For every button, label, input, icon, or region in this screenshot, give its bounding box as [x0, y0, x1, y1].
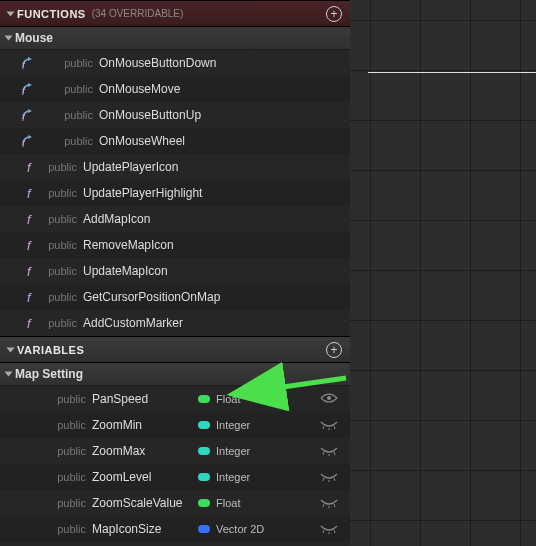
function-row[interactable]: fpublicGetCursorPositionOnMap [0, 284, 350, 310]
functions-title: FUNCTIONS [17, 8, 86, 20]
variable-type[interactable]: Integer [198, 419, 250, 431]
collapse-icon [7, 347, 15, 352]
function-name: OnMouseButtonUp [99, 108, 201, 122]
visibility-toggle[interactable] [320, 444, 338, 459]
function-icon: f [4, 264, 38, 278]
svg-line-20 [334, 478, 335, 481]
svg-text:f: f [22, 112, 26, 122]
function-name: RemoveMapIcon [83, 238, 174, 252]
variable-type[interactable]: Integer [198, 445, 250, 457]
function-row[interactable]: fpublicAddMapIcon [0, 206, 350, 232]
svg-text:f: f [27, 264, 32, 278]
function-icon: f [4, 316, 38, 330]
svg-line-14 [334, 426, 335, 429]
override-function-icon: f [4, 82, 54, 96]
add-function-button[interactable]: + [326, 6, 342, 22]
function-row[interactable]: fpublicOnMouseWheel [0, 128, 350, 154]
category-label: Mouse [15, 31, 53, 45]
svg-text:f: f [22, 60, 26, 70]
function-name: AddMapIcon [83, 212, 150, 226]
access-modifier: public [38, 317, 83, 329]
function-name: OnMouseButtonDown [99, 56, 216, 70]
function-name: GetCursorPositionOnMap [83, 290, 220, 304]
svg-line-15 [323, 452, 324, 455]
access-modifier: public [38, 213, 83, 225]
variable-row[interactable]: publicPanSpeedFloat [0, 386, 350, 412]
function-row[interactable]: fpublicRemoveMapIcon [0, 232, 350, 258]
svg-line-26 [334, 530, 335, 533]
details-panel: FUNCTIONS (34 OVERRIDABLE) + Mouse fpubl… [0, 0, 350, 546]
type-swatch [198, 447, 210, 455]
function-row[interactable]: fpublicUpdatePlayerIcon [0, 154, 350, 180]
function-icon: f [4, 160, 38, 174]
svg-text:f: f [22, 138, 26, 148]
function-name: UpdateMapIcon [83, 264, 168, 278]
variable-type[interactable]: Float [198, 393, 240, 405]
access-modifier: public [38, 239, 83, 251]
visibility-toggle[interactable] [320, 522, 338, 537]
access-modifier: public [38, 187, 83, 199]
graph-grid [350, 0, 536, 546]
visibility-toggle[interactable] [320, 470, 338, 485]
function-row[interactable]: fpublicUpdatePlayerHighlight [0, 180, 350, 206]
variable-name: MapIconSize [92, 522, 161, 536]
category-mouse[interactable]: Mouse [0, 27, 350, 50]
collapse-icon [7, 11, 15, 16]
function-icon: f [4, 186, 38, 200]
functions-section-header[interactable]: FUNCTIONS (34 OVERRIDABLE) + [0, 0, 350, 27]
type-swatch [198, 499, 210, 507]
function-row[interactable]: fpublicUpdateMapIcon [0, 258, 350, 284]
variable-name: ZoomScaleValue [92, 496, 183, 510]
function-name: AddCustomMarker [83, 316, 183, 330]
variable-name: ZoomMin [92, 418, 142, 432]
function-name: UpdatePlayerIcon [83, 160, 178, 174]
variables-title: VARIABLES [17, 344, 84, 356]
svg-text:f: f [27, 290, 32, 304]
access-modifier: public [38, 291, 83, 303]
type-swatch [198, 421, 210, 429]
function-name: OnMouseMove [99, 82, 180, 96]
svg-line-21 [323, 504, 324, 507]
variable-type[interactable]: Vector 2D [198, 523, 264, 535]
variable-row[interactable]: publicZoomMaxInteger [0, 438, 350, 464]
type-swatch [198, 473, 210, 481]
variable-row[interactable]: publicZoomLevelInteger [0, 464, 350, 490]
access-modifier: public [38, 161, 83, 173]
function-row[interactable]: fpublicAddCustomMarker [0, 310, 350, 336]
type-label: Integer [216, 419, 250, 431]
function-icon: f [4, 290, 38, 304]
variable-row[interactable]: publicLoopLoadIconIndexInteger [0, 542, 350, 546]
variable-name: PanSpeed [92, 392, 148, 406]
graph-area[interactable] [350, 0, 536, 546]
visibility-toggle[interactable] [320, 392, 338, 407]
svg-line-17 [334, 452, 335, 455]
access-modifier: public [4, 393, 92, 405]
svg-text:f: f [22, 86, 26, 96]
svg-line-18 [323, 478, 324, 481]
svg-text:f: f [27, 212, 32, 226]
svg-line-24 [323, 530, 324, 533]
variable-type[interactable]: Integer [198, 471, 250, 483]
function-row[interactable]: fpublicOnMouseMove [0, 76, 350, 102]
function-row[interactable]: fpublicOnMouseButtonDown [0, 50, 350, 76]
visibility-toggle[interactable] [320, 496, 338, 511]
svg-line-23 [334, 504, 335, 507]
plus-icon: + [326, 6, 342, 22]
function-row[interactable]: fpublicOnMouseButtonUp [0, 102, 350, 128]
access-modifier: public [54, 83, 99, 95]
variables-section-header[interactable]: VARIABLES + [0, 336, 350, 363]
type-label: Integer [216, 471, 250, 483]
access-modifier: public [54, 109, 99, 121]
visibility-toggle[interactable] [320, 418, 338, 433]
override-function-icon: f [4, 134, 54, 148]
category-map-setting[interactable]: Map Setting [0, 363, 350, 386]
variable-row[interactable]: publicMapIconSizeVector 2D [0, 516, 350, 542]
category-label: Map Setting [15, 367, 83, 381]
variable-row[interactable]: publicZoomMinInteger [0, 412, 350, 438]
type-label: Vector 2D [216, 523, 264, 535]
access-modifier: public [38, 265, 83, 277]
svg-text:f: f [27, 238, 32, 252]
variable-type[interactable]: Float [198, 497, 240, 509]
variable-row[interactable]: publicZoomScaleValueFloat [0, 490, 350, 516]
add-variable-button[interactable]: + [326, 342, 342, 358]
